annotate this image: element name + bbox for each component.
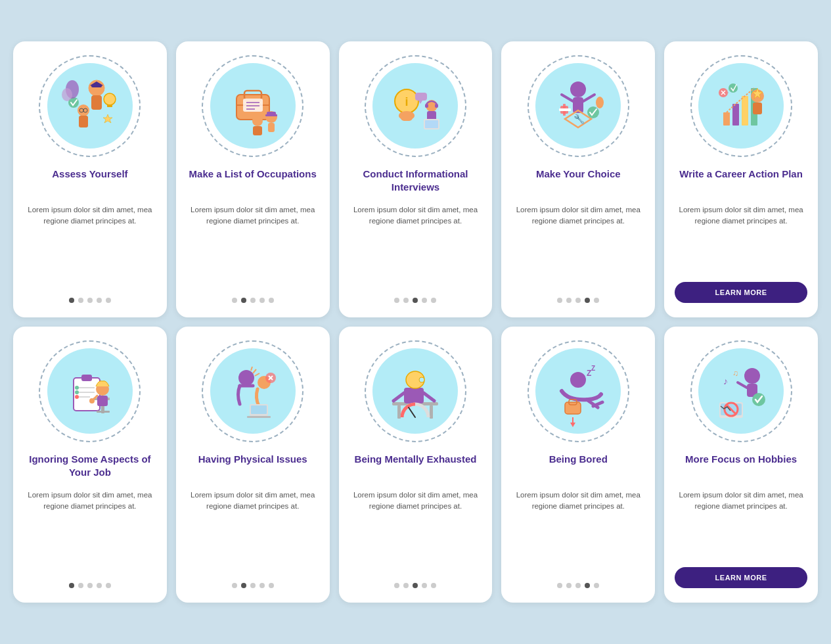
svg-rect-55 [742,96,748,126]
svg-rect-36 [435,104,438,108]
dot-1 [69,298,74,303]
svg-rect-28 [253,126,262,135]
dot-3 [87,583,93,588]
dot-5 [431,583,436,588]
dot-3 [250,298,256,303]
dot-1 [232,298,237,303]
card-make-your-choice: 🔧 Make Your Choice Lorem ipsum dolor sit… [501,41,655,317]
card-title: Make a List of Occupations [189,168,317,198]
svg-line-83 [253,369,256,373]
svg-rect-96 [404,388,424,403]
card-illustration: Z Z [526,338,631,444]
svg-point-102 [570,372,586,388]
dot-1 [557,583,562,588]
dot-1 [557,298,562,303]
card-title: Assess Yourself [52,168,127,198]
mentally-exhausted-icon [379,355,451,427]
dot-3 [250,583,256,588]
card-illustration [200,53,305,158]
svg-rect-95 [430,405,433,419]
physical-issues-icon [217,355,289,427]
dot-3 [87,298,93,303]
card-make-list: Make a List of Occupations Lorem ipsum d… [176,41,330,317]
svg-point-98 [419,377,424,382]
card-title: Being Mentally Exhausted [355,453,477,483]
svg-rect-49 [559,108,571,111]
card-body: Lorem ipsum dolor sit dim amet, mea regi… [24,204,156,288]
dots-indicator [394,298,436,303]
card-title: More Focus on Hobbies [685,453,797,483]
svg-line-100 [424,393,434,401]
being-bored-icon: Z Z [542,355,614,427]
dot-2 [566,298,572,303]
svg-rect-89 [247,416,271,418]
dot-2 [78,298,83,303]
dot-5 [431,298,436,303]
card-body: Lorem ipsum dolor sit dim amet, mea regi… [349,204,482,288]
svg-line-101 [409,407,415,417]
dot-2 [241,583,246,588]
svg-rect-105 [565,402,581,414]
svg-line-110 [593,402,602,406]
svg-marker-108 [570,423,575,427]
card-title: Make Your Choice [536,168,621,198]
svg-rect-5 [107,104,112,107]
dot-4 [422,583,427,588]
card-body: Lorem ipsum dolor sit dim amet, mea regi… [675,204,807,273]
card-career-action-plan: Write a Career Action Plan Lorem ipsum d… [664,41,818,317]
svg-rect-66 [74,378,100,411]
svg-line-85 [251,367,252,371]
svg-rect-54 [732,104,739,126]
card-body: Lorem ipsum dolor sit dim amet, mea regi… [24,490,156,574]
svg-point-14 [62,88,72,101]
dot-5 [269,298,274,303]
svg-rect-32 [401,114,413,121]
svg-rect-25 [265,114,277,116]
dots-indicator [557,298,599,303]
svg-line-120 [738,382,747,388]
card-body: Lorem ipsum dolor sit dim amet, mea regi… [349,490,482,574]
card-more-hobbies: ♪ ♫ More Focus on Hobbies Lorem ipsum [664,327,818,603]
svg-point-73 [75,395,79,399]
svg-rect-53 [723,112,730,126]
svg-line-44 [583,95,595,101]
card-illustration [363,338,468,444]
svg-line-43 [562,95,573,101]
dot-3 [413,298,418,303]
card-title: Write a Career Action Plan [679,168,803,198]
dots-indicator [69,583,111,588]
svg-point-4 [104,93,116,105]
dot-4 [585,298,590,303]
svg-rect-38 [425,120,438,128]
svg-line-99 [393,393,404,401]
assess-yourself-icon [54,70,126,142]
svg-text:🔧: 🔧 [573,114,585,125]
card-physical-issues: Having Physical Issues Lorem ipsum dolor… [176,327,330,603]
card-illustration [37,53,143,158]
card-title: Conduct Informational Interviews [349,168,482,198]
dot-2 [78,583,83,588]
card-assess-yourself: Assess Yourself Lorem ipsum dolor sit di… [13,41,167,317]
svg-point-111 [744,368,760,384]
dot-5 [594,583,599,588]
dot-2 [403,583,409,588]
card-body: Lorem ipsum dolor sit dim amet, mea regi… [187,490,319,574]
card-title: Ignoring Some Aspects of Your Job [24,453,156,483]
dots-indicator [69,298,111,303]
svg-rect-67 [81,375,92,381]
svg-text:Z: Z [591,365,595,372]
learn-more-button-1[interactable]: LEARN MORE [675,282,807,303]
svg-rect-94 [397,405,401,419]
card-illustration: i [363,53,468,158]
svg-rect-35 [425,104,428,108]
card-title: Having Physical Issues [198,453,307,483]
dot-1 [232,583,237,588]
card-being-bored: Z Z Being Bored Lorem ipsum dolor sit di… [501,327,655,603]
svg-rect-18 [243,99,263,112]
learn-more-button-2[interactable]: LEARN MORE [675,567,807,588]
svg-point-81 [238,370,254,386]
svg-point-80 [89,398,95,403]
svg-rect-26 [268,123,275,132]
dots-indicator [232,583,274,588]
svg-line-84 [255,373,259,376]
